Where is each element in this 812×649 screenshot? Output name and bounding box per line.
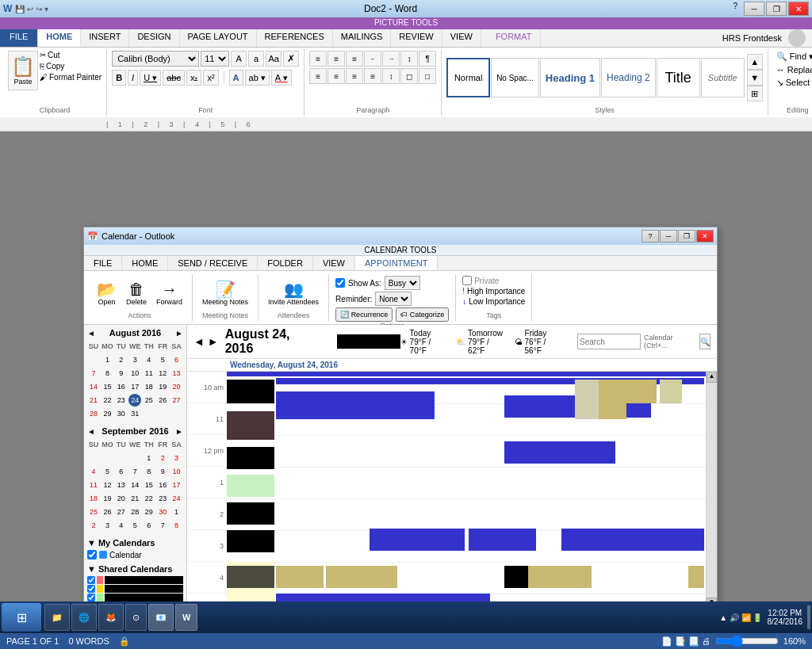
outlook-restore-button[interactable]: ❐: [678, 230, 695, 242]
outlook-tab-send-receive[interactable]: SEND / RECEIVE: [168, 256, 258, 270]
find-button[interactable]: 🔍 Find ▾: [773, 51, 812, 63]
show-marks-button[interactable]: ¶: [419, 51, 436, 67]
taskbar-firefox[interactable]: 🦊: [98, 604, 124, 631]
date-cell-today[interactable]: 24: [128, 394, 141, 407]
date-cell[interactable]: 9: [115, 367, 128, 380]
underline-button[interactable]: U ▾: [140, 70, 161, 86]
style-subtitle[interactable]: Subtitle: [701, 58, 745, 97]
styles-down-button[interactable]: ▼: [747, 70, 763, 86]
start-button[interactable]: ⊞: [2, 603, 41, 632]
show-as-checkbox[interactable]: [335, 278, 345, 288]
outlook-close-button[interactable]: ✕: [696, 230, 714, 242]
style-no-spacing[interactable]: No Spac...: [491, 58, 539, 97]
date-cell[interactable]: 19: [156, 380, 169, 393]
styles-up-button[interactable]: ▲: [747, 54, 763, 70]
decrease-indent-button[interactable]: ←: [364, 51, 381, 67]
search-button[interactable]: 🔍: [699, 334, 710, 349]
scrollbar-up[interactable]: ▲: [707, 372, 717, 383]
zoom-slider[interactable]: [715, 635, 779, 647]
multilevel-button[interactable]: ≡: [346, 51, 363, 67]
forward-button[interactable]: → Forward: [153, 280, 186, 307]
outlook-tab-home[interactable]: HOME: [122, 256, 168, 270]
align-right-button[interactable]: ≡: [346, 68, 363, 84]
tab-home[interactable]: HOME: [38, 29, 81, 47]
close-button[interactable]: ✕: [788, 2, 809, 16]
date-cell[interactable]: 18: [143, 380, 155, 393]
line-spacing-button[interactable]: ↕: [382, 68, 400, 84]
help-icon[interactable]: ?: [733, 2, 737, 16]
date-cell[interactable]: 21: [87, 394, 100, 407]
bold-button[interactable]: B: [112, 70, 126, 86]
date-cell[interactable]: 20: [170, 380, 183, 393]
open-button[interactable]: 📂 Open: [94, 280, 120, 307]
increase-indent-button[interactable]: →: [382, 51, 400, 67]
text-effects-button[interactable]: A: [229, 70, 243, 86]
date-cell[interactable]: 6: [170, 353, 183, 366]
tab-file[interactable]: FILE: [0, 29, 38, 47]
search-input[interactable]: [577, 334, 641, 349]
highlight-button[interactable]: ab ▾: [245, 70, 270, 86]
categorize-button[interactable]: 🏷 Categorize: [396, 307, 449, 322]
italic-button[interactable]: I: [128, 70, 138, 86]
paste-button[interactable]: 📋 Paste: [8, 51, 38, 90]
date-cell[interactable]: 23: [115, 394, 128, 407]
shrink-font-button[interactable]: a: [248, 51, 264, 67]
meeting-notes-button[interactable]: 📝 Meeting Notes: [199, 280, 251, 307]
mini-cal-sep-prev[interactable]: ◄: [87, 427, 95, 436]
outlook-tab-view[interactable]: VIEW: [313, 256, 355, 270]
minimize-button[interactable]: ─: [744, 2, 764, 16]
tab-review[interactable]: REVIEW: [391, 29, 442, 47]
date-cell[interactable]: 25: [143, 394, 155, 407]
delete-button[interactable]: 🗑 Delete: [123, 280, 150, 307]
date-cell[interactable]: 2: [115, 353, 128, 366]
restore-button[interactable]: ❐: [766, 2, 787, 16]
date-cell[interactable]: 17: [128, 380, 141, 393]
taskbar-word[interactable]: W: [175, 604, 197, 631]
date-cell[interactable]: 1: [101, 353, 113, 366]
date-cell[interactable]: 8: [101, 367, 113, 380]
date-cell[interactable]: 22: [101, 394, 113, 407]
date-cell[interactable]: [87, 353, 100, 366]
date-cell[interactable]: 29: [101, 407, 113, 420]
shared-cal-checkbox-3[interactable]: [87, 594, 95, 601]
copy-button[interactable]: Copy: [46, 62, 64, 71]
tab-insert[interactable]: INSERT: [81, 29, 129, 47]
date-cell[interactable]: 31: [128, 407, 141, 420]
tab-design[interactable]: DESIGN: [129, 29, 179, 47]
tab-mailings[interactable]: MAILINGS: [333, 29, 392, 47]
calendar-next-button[interactable]: ►: [208, 335, 219, 348]
calendar-checkbox[interactable]: [87, 550, 97, 559]
cut-button[interactable]: Cut: [48, 51, 60, 59]
shared-cal-checkbox-1[interactable]: [87, 576, 95, 584]
style-heading1[interactable]: Heading 1: [540, 58, 600, 97]
calendar-prev-button[interactable]: ◄: [193, 335, 205, 348]
style-normal[interactable]: Normal: [446, 58, 490, 97]
tab-references[interactable]: REFERENCES: [257, 29, 333, 47]
reminder-select[interactable]: None: [375, 292, 412, 306]
font-color-button[interactable]: A ▾: [271, 70, 292, 86]
private-checkbox[interactable]: [462, 276, 472, 285]
date-cell[interactable]: 4: [143, 353, 155, 366]
style-heading2[interactable]: Heading 2: [601, 58, 656, 97]
bullets-button[interactable]: ≡: [309, 51, 327, 67]
outlook-minimize-button[interactable]: ─: [660, 230, 677, 242]
recurrence-button[interactable]: 🔄 Recurrence: [335, 307, 393, 322]
mini-cal-prev-button[interactable]: ◄: [87, 329, 95, 338]
border-button[interactable]: □: [419, 68, 436, 84]
sort-button[interactable]: ↕: [400, 51, 418, 67]
date-cell[interactable]: 26: [156, 394, 169, 407]
date-cell[interactable]: 10: [128, 367, 141, 380]
select-button[interactable]: ↘ Select ▾: [773, 77, 812, 89]
date-cell[interactable]: 30: [115, 407, 128, 420]
date-cell[interactable]: 14: [87, 380, 100, 393]
invite-attendees-button[interactable]: 👥 Invite Attendees: [265, 280, 322, 307]
date-cell[interactable]: 11: [143, 367, 155, 380]
style-title[interactable]: Title: [657, 58, 700, 97]
replace-button[interactable]: ↔ Replace: [773, 64, 812, 75]
mini-cal-sep-next[interactable]: ►: [175, 427, 183, 436]
shading-button[interactable]: ◻: [400, 68, 418, 84]
change-case-button[interactable]: Aa: [266, 51, 282, 67]
tab-page-layout[interactable]: PAGE LAYOUT: [180, 29, 257, 47]
strikethrough-button[interactable]: abc: [163, 70, 185, 86]
calendar-scrollbar[interactable]: ▲ ▼: [706, 372, 717, 609]
